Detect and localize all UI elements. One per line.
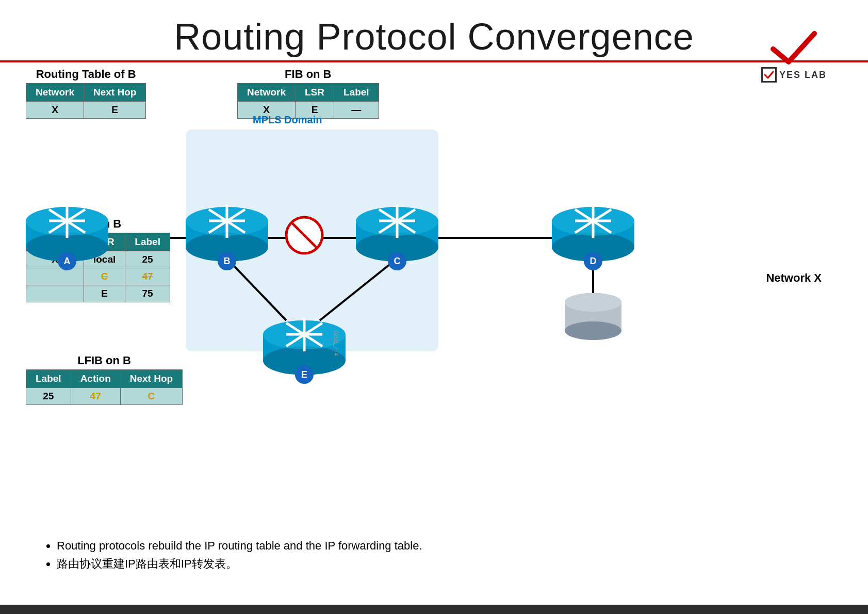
routing-table-cell-nexthop: E xyxy=(84,102,145,119)
svg-point-49 xyxy=(263,320,346,349)
lfib-table-title: LFIB on B xyxy=(26,354,183,367)
lib-cell-c-strikethrough: C xyxy=(84,268,125,285)
lfib-header-action: Action xyxy=(71,370,120,388)
svg-line-28 xyxy=(291,222,317,248)
svg-point-61 xyxy=(565,321,621,340)
svg-text:E: E xyxy=(301,369,307,380)
router-c: C xyxy=(356,204,438,270)
svg-point-52 xyxy=(263,320,346,349)
svg-point-20 xyxy=(186,207,268,236)
fib-header-label: Label xyxy=(334,84,379,102)
svg-point-17 xyxy=(186,207,268,236)
svg-rect-50 xyxy=(263,335,346,361)
svg-point-42 xyxy=(552,207,634,236)
svg-line-21 xyxy=(209,209,245,233)
svg-point-51 xyxy=(263,346,346,375)
svg-text:B: B xyxy=(224,256,231,266)
main-content: Routing Table of B Network Next Hop X E … xyxy=(0,68,868,455)
svg-rect-18 xyxy=(186,221,268,247)
lib-cell-25: 25 xyxy=(125,251,170,268)
svg-line-53 xyxy=(286,323,322,346)
svg-line-44 xyxy=(575,209,611,233)
lfib-header-label: Label xyxy=(26,370,71,388)
fib-table-title: FIB on B xyxy=(237,68,379,81)
svg-point-32 xyxy=(356,207,438,236)
fib-cell-label: — xyxy=(334,102,379,119)
svg-line-4 xyxy=(227,258,286,320)
lfib-header-nexthop: Next Hop xyxy=(120,370,182,388)
routing-table-header-network: Network xyxy=(26,84,84,102)
svg-line-22 xyxy=(209,209,245,233)
bottom-bar xyxy=(0,605,868,614)
svg-point-41 xyxy=(552,233,634,262)
svg-rect-40 xyxy=(552,221,634,247)
svg-line-43 xyxy=(575,209,611,233)
svg-rect-0 xyxy=(186,130,438,351)
lib-table: Network LSR Label X local 25 C 47 xyxy=(26,233,170,302)
fib-table-b: FIB on B Network LSR Label X E — xyxy=(237,68,379,119)
svg-text:C: C xyxy=(394,256,401,266)
lib-header-lsr: LSR xyxy=(84,233,125,251)
routing-table-cell-network: X xyxy=(26,102,84,119)
lib-header-label: Label xyxy=(125,233,170,251)
svg-point-37 xyxy=(388,252,406,270)
svg-rect-60 xyxy=(565,302,621,331)
lfib-table: Label Action Next Hop 25 47 C xyxy=(26,369,183,405)
svg-line-34 xyxy=(379,209,415,233)
svg-line-5 xyxy=(320,258,397,320)
lfib-cell-c: C xyxy=(120,388,182,405)
svg-point-62 xyxy=(565,293,621,312)
routing-table-title: Routing Table of B xyxy=(26,68,146,81)
mpls-domain-label: MPLS Domain xyxy=(253,114,322,126)
svg-point-25 xyxy=(218,252,236,270)
lfib-cell-25: 25 xyxy=(26,388,71,405)
router-e: E xyxy=(263,318,346,384)
lfib-cell-47: 47 xyxy=(71,388,120,405)
lib-table-b: LIB on B Network LSR Label X local 25 C xyxy=(26,217,170,302)
lib-header-network: Network xyxy=(26,233,84,251)
red-divider-line xyxy=(0,60,868,62)
svg-point-31 xyxy=(356,233,438,262)
bullet-item-2: 路由协议重建IP路由表和IP转发表。 xyxy=(57,555,422,573)
bullet-list: Routing protocols rebuild the IP routing… xyxy=(41,537,422,573)
lib-cell-75: 75 xyxy=(125,285,170,302)
svg-point-59 xyxy=(565,293,621,312)
svg-rect-30 xyxy=(356,221,438,247)
routing-table-b: Routing Table of B Network Next Hop X E xyxy=(26,68,146,119)
table-row: C 47 xyxy=(26,268,170,285)
fib-header-lsr: LSR xyxy=(295,84,334,102)
router-b: B xyxy=(186,204,268,270)
lib-cell-empty2 xyxy=(26,285,84,302)
routing-table-header-nexthop: Next Hop xyxy=(84,84,145,102)
svg-point-57 xyxy=(295,365,314,384)
svg-point-29 xyxy=(356,207,438,236)
svg-line-54 xyxy=(286,323,322,346)
bullet-item-1: Routing protocols rebuild the IP routing… xyxy=(57,537,422,555)
lib-cell-network-x: X xyxy=(26,251,84,268)
svg-text:D: D xyxy=(590,256,597,266)
lib-cell-47-strikethrough: 47 xyxy=(125,268,170,285)
routing-table: Network Next Hop X E xyxy=(26,83,146,119)
network-x-label: Network X xyxy=(766,271,822,285)
lib-cell-e: E xyxy=(84,285,125,302)
svg-text:0206_774: 0206_774 xyxy=(333,331,339,356)
svg-point-47 xyxy=(584,252,602,270)
lib-cell-empty xyxy=(26,268,84,285)
svg-point-27 xyxy=(286,217,322,253)
lib-table-title: LIB on B xyxy=(26,217,170,231)
fib-table: Network LSR Label X E — xyxy=(237,83,379,119)
table-row: X E xyxy=(26,102,146,119)
svg-point-19 xyxy=(186,233,268,262)
table-row: X local 25 xyxy=(26,251,170,268)
lfib-table-b: LFIB on B Label Action Next Hop 25 47 C xyxy=(26,354,183,405)
page-title: Routing Protocol Convergence xyxy=(0,0,868,58)
fib-header-network: Network xyxy=(238,84,296,102)
router-d: D xyxy=(552,204,634,270)
bullet-section: Routing protocols rebuild the IP routing… xyxy=(41,537,422,573)
table-row: 25 47 C xyxy=(26,388,183,405)
lib-cell-local: local xyxy=(84,251,125,268)
table-row: E 75 xyxy=(26,285,170,302)
svg-line-33 xyxy=(379,209,415,233)
svg-point-39 xyxy=(552,207,634,236)
